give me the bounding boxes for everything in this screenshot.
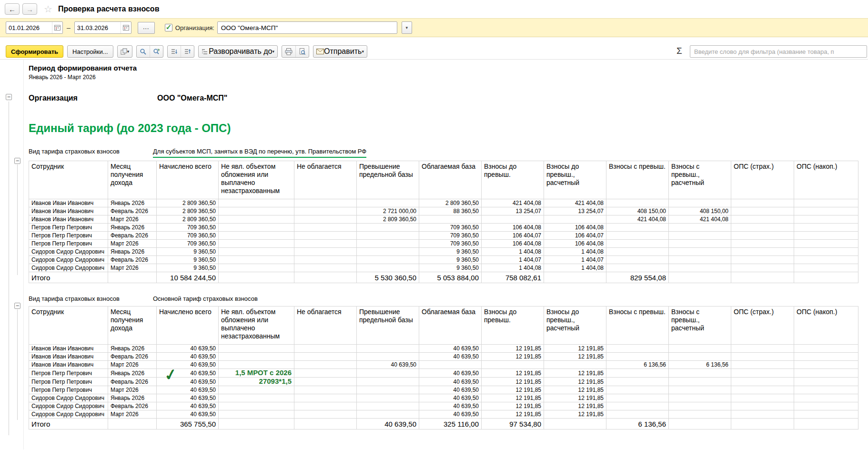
- total-cell: 325 116,00: [419, 419, 482, 430]
- report-variants-button[interactable]: ▾: [118, 46, 132, 57]
- report-cell: 6 136,56: [669, 361, 731, 369]
- report-cell: [731, 361, 794, 369]
- collapse-group-button[interactable]: −: [14, 303, 20, 309]
- caption-bar: ← → ☆ Проверка расчета взносов: [0, 0, 868, 18]
- report-cell: 2 809 360,50: [157, 215, 219, 224]
- report-cell: Сидоров Сидор Сидорович: [29, 248, 108, 256]
- report-cell: 9 360,50: [157, 264, 219, 272]
- report-cell: 12 191,85: [482, 378, 544, 386]
- report-cell: 40 639,50: [157, 402, 219, 410]
- report-cell: [731, 232, 794, 240]
- table-row: Иванов Иван ИвановичЯнварь 202640 639,50…: [29, 345, 858, 353]
- report-cell: 40 639,50: [419, 386, 482, 394]
- report-cell: Петров Петр Петрович: [29, 369, 108, 378]
- report-cell: [731, 378, 794, 386]
- report-cell: Январь 2026: [108, 199, 157, 207]
- report-cell: [731, 240, 794, 248]
- organization-dropdown-button[interactable]: ▾: [402, 21, 412, 34]
- settings-button[interactable]: Настройки...: [67, 45, 113, 58]
- report-cell: Иванов Иван Иванович: [29, 361, 108, 369]
- collapse-all-groups-button[interactable]: [168, 46, 181, 57]
- organization-checkbox[interactable]: ✓: [165, 24, 172, 31]
- grouping-buttons: [167, 45, 194, 58]
- print-button[interactable]: [282, 46, 295, 57]
- forward-button[interactable]: →: [22, 3, 37, 15]
- collapse-group-button[interactable]: −: [6, 94, 12, 100]
- report-cell: [794, 353, 858, 361]
- table-header-row: СотрудникМесяц получения доходаНачислено…: [29, 307, 858, 345]
- report-cell: [357, 199, 419, 207]
- report-org-label: Организация: [29, 93, 157, 103]
- report-cell: 106 404,08: [544, 224, 606, 232]
- favorite-star-icon[interactable]: ☆: [44, 3, 52, 15]
- report-cell: 12 191,85: [544, 402, 606, 410]
- period-more-button[interactable]: ...: [138, 22, 155, 34]
- report-cell: [294, 402, 357, 410]
- expand-all-groups-button[interactable]: [181, 46, 194, 57]
- printer-icon: [285, 48, 293, 55]
- report-cell: [669, 369, 731, 378]
- report-cell: [294, 240, 357, 248]
- report-cell: 709 360,50: [419, 224, 482, 232]
- report-cell: 1 404,08: [482, 264, 544, 272]
- report-cell: 106 404,08: [544, 240, 606, 248]
- report-cell: 40 639,50: [157, 345, 219, 353]
- column-header: Взносы до превыш., расчетный: [544, 307, 606, 345]
- report-cell: 40 639,50: [419, 369, 482, 378]
- back-button[interactable]: ←: [5, 3, 20, 15]
- report-cell: 709 360,50: [157, 240, 219, 248]
- column-header: Превышение предельной базы: [357, 161, 419, 199]
- column-header: Взносы с превыш., расчетный: [669, 161, 731, 199]
- date-from-input[interactable]: [6, 24, 52, 31]
- report-cell: [219, 386, 294, 394]
- search-button[interactable]: [137, 46, 150, 57]
- report-cell: [357, 410, 419, 419]
- report-cell: 27093*1,5: [219, 378, 294, 386]
- report-cell: [419, 361, 482, 369]
- tariff-kind-row: Вид тарифа страховых взносовДля субъекто…: [29, 147, 868, 158]
- report-cell: [731, 264, 794, 272]
- send-button[interactable]: Отправить ▾: [313, 46, 367, 57]
- calendar-button[interactable]: [52, 22, 62, 33]
- report-cell: 12 191,85: [482, 386, 544, 394]
- collapse-group-button[interactable]: −: [14, 158, 20, 164]
- report-cell: [357, 345, 419, 353]
- report-cell: Январь 2026: [108, 248, 157, 256]
- report-cell: [357, 353, 419, 361]
- repeat-search-button[interactable]: [150, 46, 163, 57]
- total-cell: Итого: [29, 272, 108, 283]
- calendar-button[interactable]: [121, 22, 131, 33]
- total-cell: Итого: [29, 419, 108, 430]
- report-cell: 40 639,50: [419, 345, 482, 353]
- report-cell: [606, 410, 669, 419]
- print-preview-button[interactable]: [295, 46, 309, 57]
- date-to-input[interactable]: [75, 24, 121, 31]
- report-cell: [357, 224, 419, 232]
- generate-button[interactable]: Сформировать: [6, 45, 63, 58]
- report-cell: [669, 240, 731, 248]
- report-cell: 40 639,50✓: [157, 369, 219, 378]
- autosum-sigma-button[interactable]: Σ: [676, 46, 682, 56]
- report-cell: [294, 256, 357, 264]
- report-cell: [294, 232, 357, 240]
- report-cell: [731, 248, 794, 256]
- report-cell: 1 404,08: [544, 248, 606, 256]
- send-group: Отправить ▾: [313, 45, 367, 58]
- report-cell: [294, 215, 357, 224]
- report-cell: 88 360,50: [419, 207, 482, 215]
- report-cell: Январь 2026: [108, 345, 157, 353]
- report-sections: Вид тарифа страховых взносовДля субъекто…: [29, 147, 868, 430]
- report-cell: 40 639,50: [419, 378, 482, 386]
- expand-to-button[interactable]: Разворачивать до ▾: [199, 46, 277, 57]
- handwritten-note: 1,5 МРОТ с 2026: [235, 369, 292, 377]
- column-header: Взносы с превыш.: [606, 161, 669, 199]
- quick-filter-input[interactable]: [690, 45, 867, 58]
- organization-input[interactable]: [218, 24, 397, 31]
- collapse-all-icon: [171, 48, 178, 55]
- report-cell: [606, 353, 669, 361]
- column-header: ОПС (страх.): [731, 161, 794, 199]
- report-cell: Январь 2026: [108, 224, 157, 232]
- report-cell: 421 404,08: [606, 215, 669, 224]
- report-cell: 12 191,85: [544, 410, 606, 419]
- report-cell: Иванов Иван Иванович: [29, 353, 108, 361]
